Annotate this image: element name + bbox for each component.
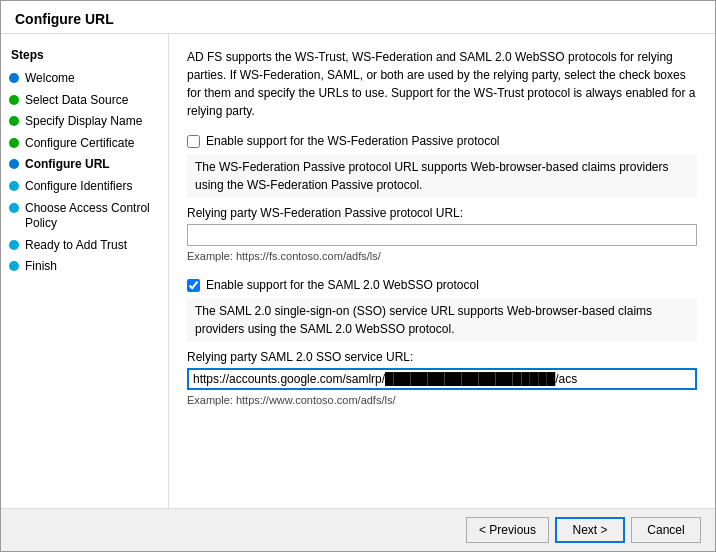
- sidebar-item-choose-access-control-policy[interactable]: Choose Access Control Policy: [1, 198, 168, 235]
- dot-icon: [9, 73, 19, 83]
- configure-url-dialog: Configure URL Steps Welcome Select Data …: [0, 0, 716, 552]
- sidebar-item-ready-to-add-trust[interactable]: Ready to Add Trust: [1, 235, 168, 257]
- sidebar-item-label: Welcome: [25, 71, 158, 87]
- sidebar: Steps Welcome Select Data Source Specify…: [1, 34, 169, 508]
- sidebar-item-label: Configure Identifiers: [25, 179, 158, 195]
- sidebar-item-finish[interactable]: Finish: [1, 256, 168, 278]
- dot-icon: [9, 116, 19, 126]
- sidebar-item-label: Select Data Source: [25, 93, 158, 109]
- ws-federation-checkbox[interactable]: [187, 135, 200, 148]
- sidebar-item-configure-certificate[interactable]: Configure Certificate: [1, 133, 168, 155]
- saml-url-input-wrapper: [187, 368, 697, 390]
- dialog-footer: < Previous Next > Cancel: [1, 508, 715, 551]
- sidebar-item-configure-identifiers[interactable]: Configure Identifiers: [1, 176, 168, 198]
- sidebar-item-welcome[interactable]: Welcome: [1, 68, 168, 90]
- dialog-title: Configure URL: [1, 1, 715, 34]
- sidebar-item-label: Configure Certificate: [25, 136, 158, 152]
- dot-icon: [9, 138, 19, 148]
- ws-federation-example: Example: https://fs.contoso.com/adfs/ls/: [187, 250, 697, 262]
- sidebar-item-label: Ready to Add Trust: [25, 238, 158, 254]
- saml-example: Example: https://www.contoso.com/adfs/ls…: [187, 394, 697, 406]
- saml-checkbox-label[interactable]: Enable support for the SAML 2.0 WebSSO p…: [206, 278, 479, 292]
- steps-heading: Steps: [1, 44, 168, 68]
- saml-description: The SAML 2.0 single-sign-on (SSO) servic…: [187, 298, 697, 342]
- sidebar-item-label: Configure URL: [25, 157, 158, 173]
- saml-section: Enable support for the SAML 2.0 WebSSO p…: [187, 278, 697, 406]
- ws-federation-section: Enable support for the WS-Federation Pas…: [187, 134, 697, 262]
- cancel-button[interactable]: Cancel: [631, 517, 701, 543]
- intro-text: AD FS supports the WS-Trust, WS-Federati…: [187, 48, 697, 120]
- dot-icon: [9, 240, 19, 250]
- sidebar-item-select-data-source[interactable]: Select Data Source: [1, 90, 168, 112]
- dot-icon: [9, 203, 19, 213]
- next-button[interactable]: Next >: [555, 517, 625, 543]
- sidebar-item-label: Choose Access Control Policy: [25, 201, 158, 232]
- sidebar-item-specify-display-name[interactable]: Specify Display Name: [1, 111, 168, 133]
- saml-checkbox-row: Enable support for the SAML 2.0 WebSSO p…: [187, 278, 697, 292]
- ws-federation-checkbox-label[interactable]: Enable support for the WS-Federation Pas…: [206, 134, 499, 148]
- sidebar-item-configure-url[interactable]: Configure URL: [1, 154, 168, 176]
- ws-federation-field-label: Relying party WS-Federation Passive prot…: [187, 206, 697, 220]
- sidebar-item-label: Specify Display Name: [25, 114, 158, 130]
- dot-icon: [9, 159, 19, 169]
- dot-icon: [9, 181, 19, 191]
- ws-federation-description: The WS-Federation Passive protocol URL s…: [187, 154, 697, 198]
- main-content: AD FS supports the WS-Trust, WS-Federati…: [169, 34, 715, 508]
- sidebar-item-label: Finish: [25, 259, 158, 275]
- ws-federation-checkbox-row: Enable support for the WS-Federation Pas…: [187, 134, 697, 148]
- saml-checkbox[interactable]: [187, 279, 200, 292]
- dot-icon: [9, 95, 19, 105]
- dot-icon: [9, 261, 19, 271]
- saml-field-label: Relying party SAML 2.0 SSO service URL:: [187, 350, 697, 364]
- previous-button[interactable]: < Previous: [466, 517, 549, 543]
- dialog-body: Steps Welcome Select Data Source Specify…: [1, 34, 715, 508]
- ws-federation-url-input[interactable]: [187, 224, 697, 246]
- saml-url-input[interactable]: [187, 368, 697, 390]
